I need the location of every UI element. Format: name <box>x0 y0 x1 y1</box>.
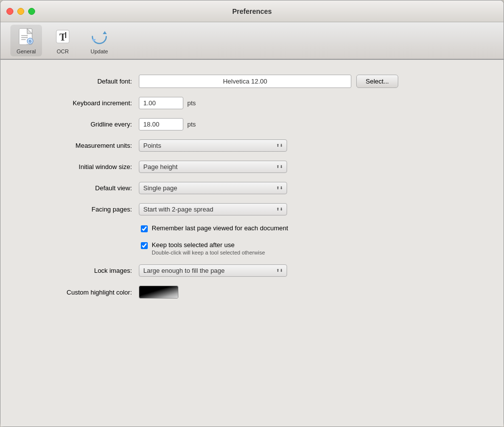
keep-tools-row: Keep tools selected after use Double-cli… <box>20 241 484 256</box>
ocr-icon: T <box>53 27 73 46</box>
close-button[interactable] <box>6 8 13 15</box>
svg-marker-13 <box>103 31 107 34</box>
default-view-row: Default view: Single page Two pages Cont… <box>20 182 484 194</box>
window-title: Preferences <box>232 7 272 15</box>
font-display-value: Helvetica 12.00 <box>139 75 351 88</box>
facing-pages-select[interactable]: Start with 2-page spread Start with sing… <box>139 203 287 215</box>
measurement-units-select[interactable]: Points Inches Centimeters Millimeters Pi… <box>139 139 287 152</box>
measurement-units-wrapper: Points Inches Centimeters Millimeters Pi… <box>139 139 287 152</box>
select-font-button[interactable]: Select... <box>356 75 398 88</box>
gridline-control: pts <box>139 118 196 130</box>
svg-point-11 <box>92 30 106 43</box>
keyboard-increment-row: Keyboard increment: pts <box>20 97 484 109</box>
default-font-label: Default font: <box>20 78 139 85</box>
lock-images-wrapper: Large enough to fill the page Never Alwa… <box>139 264 287 277</box>
lock-images-label: Lock images: <box>20 267 139 274</box>
maximize-button[interactable] <box>28 8 35 15</box>
keep-tools-content: Keep tools selected after use Double-cli… <box>152 241 265 256</box>
custom-highlight-row: Custom highlight color: <box>20 286 484 299</box>
remember-last-page-label: Remember last page viewed for each docum… <box>152 224 288 232</box>
svg-rect-1 <box>19 29 27 44</box>
measurement-units-label: Measurement units: <box>20 142 139 149</box>
initial-window-size-row: Initial window size: Page height Full sc… <box>20 161 484 173</box>
keep-tools-checkbox[interactable] <box>141 242 148 249</box>
gridline-label: Gridline every: <box>20 121 139 128</box>
preferences-window: Preferences G <box>0 0 504 427</box>
remember-last-page-content: Remember last page viewed for each docum… <box>152 224 288 232</box>
toolbar-general-label: General <box>16 48 36 54</box>
general-icon: G <box>16 27 36 46</box>
default-font-row: Default font: Helvetica 12.00 Select... <box>20 75 484 88</box>
toolbar-item-ocr[interactable]: T OCR <box>47 25 79 56</box>
facing-pages-wrapper: Start with 2-page spread Start with sing… <box>139 203 287 215</box>
facing-pages-row: Facing pages: Start with 2-page spread S… <box>20 203 484 215</box>
keep-tools-sublabel: Double-click will keep a tool selected o… <box>152 250 265 256</box>
keyboard-increment-control: pts <box>139 97 196 109</box>
window-controls <box>6 8 35 15</box>
default-view-label: Default view: <box>20 184 139 192</box>
update-icon <box>89 27 109 46</box>
remember-last-page-row: Remember last page viewed for each docum… <box>20 224 484 232</box>
gridline-unit: pts <box>187 121 196 128</box>
lock-images-select[interactable]: Large enough to fill the page Never Alwa… <box>139 264 287 277</box>
custom-highlight-color-swatch[interactable] <box>139 286 178 299</box>
initial-window-size-wrapper: Page height Full screen Last used size <box>139 161 287 173</box>
initial-window-size-select[interactable]: Page height Full screen Last used size <box>139 161 287 173</box>
initial-window-size-label: Initial window size: <box>20 163 139 171</box>
keyboard-increment-input[interactable] <box>139 97 183 109</box>
keyboard-increment-label: Keyboard increment: <box>20 99 139 107</box>
svg-text:G: G <box>29 40 32 43</box>
gridline-input[interactable] <box>139 118 183 130</box>
custom-highlight-label: Custom highlight color: <box>20 289 139 296</box>
svg-rect-10 <box>65 32 66 38</box>
form-section: Default font: Helvetica 12.00 Select... … <box>20 75 484 299</box>
keyboard-increment-unit: pts <box>187 99 196 107</box>
gridline-row: Gridline every: pts <box>20 118 484 130</box>
remember-last-page-checkbox[interactable] <box>141 225 148 232</box>
default-view-select[interactable]: Single page Two pages Continuous <box>139 182 287 194</box>
keep-tools-label: Keep tools selected after use <box>152 241 265 249</box>
toolbar-item-general[interactable]: G General <box>10 25 42 56</box>
color-swatch-gradient <box>139 286 178 298</box>
toolbar-item-update[interactable]: Update <box>84 25 115 56</box>
minimize-button[interactable] <box>17 8 24 15</box>
toolbar-update-label: Update <box>90 48 108 54</box>
font-controls: Helvetica 12.00 Select... <box>139 75 398 88</box>
default-view-wrapper: Single page Two pages Continuous <box>139 182 287 194</box>
toolbar: G General T OCR <box>0 22 504 60</box>
main-content: Default font: Helvetica 12.00 Select... … <box>0 60 504 427</box>
lock-images-row: Lock images: Large enough to fill the pa… <box>20 264 484 277</box>
toolbar-ocr-label: OCR <box>57 48 69 54</box>
facing-pages-label: Facing pages: <box>20 206 139 213</box>
title-bar: Preferences <box>0 0 504 22</box>
measurement-units-row: Measurement units: Points Inches Centime… <box>20 139 484 152</box>
